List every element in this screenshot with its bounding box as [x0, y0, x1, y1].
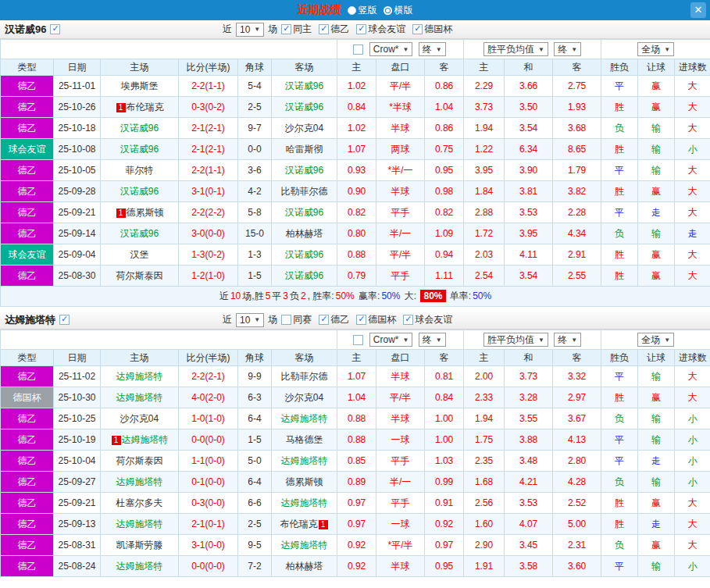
- match-type-badge: 德乙: [1, 202, 54, 223]
- layout-radio-vertical[interactable]: 竖版: [348, 4, 377, 17]
- bookmaker-checkbox[interactable]: [353, 45, 363, 55]
- filter-checkbox[interactable]: 德国杯: [356, 313, 396, 326]
- games-count-select[interactable]: 10 ▼: [236, 23, 264, 37]
- away-team-name[interactable]: 汉诺威96: [285, 207, 323, 218]
- fulltime-select[interactable]: 全场 ▼: [637, 42, 674, 56]
- away-team-name[interactable]: 汉诺威96: [285, 102, 323, 112]
- away-team-name[interactable]: 达姆施塔特: [281, 540, 328, 551]
- match-score[interactable]: 0-1(0-0): [179, 472, 238, 493]
- match-score[interactable]: 1-0(1-0): [179, 408, 238, 429]
- home-team-name[interactable]: 汉诺威96: [120, 144, 159, 155]
- bookmaker-checkbox[interactable]: [353, 335, 363, 345]
- match-score[interactable]: 2-2(1-1): [179, 76, 238, 97]
- europe-mean-select[interactable]: 胜平负均值 ▼: [483, 333, 548, 347]
- away-team-name[interactable]: 达姆施塔特: [281, 455, 328, 466]
- away-team-name[interactable]: 比勒菲尔德: [281, 371, 328, 382]
- home-team-name[interactable]: 德累斯顿: [127, 207, 164, 218]
- match-score[interactable]: 2-2(2-2): [179, 202, 238, 223]
- europe-mean-select[interactable]: 胜平负均值 ▼: [483, 42, 548, 56]
- europe-final-select[interactable]: 终 ▼: [554, 333, 581, 347]
- match-score[interactable]: 2-1(2-1): [179, 118, 238, 139]
- match-row: 德乙25-09-21杜塞尔多夫0-3(0-0)6-6达姆施塔特0.97平手0.9…: [1, 493, 710, 514]
- team-checkbox[interactable]: [59, 315, 70, 325]
- match-score[interactable]: 1-2(1-0): [179, 265, 238, 287]
- team-checkbox[interactable]: [50, 24, 60, 34]
- home-team-name[interactable]: 达姆施塔特: [122, 434, 169, 445]
- away-team-name[interactable]: 达姆施塔特: [281, 413, 328, 424]
- home-team-name[interactable]: 荷尔斯泰因: [116, 455, 163, 466]
- away-team-name[interactable]: 德累斯顿: [286, 476, 323, 487]
- filter-checkbox[interactable]: 球会友谊: [403, 313, 452, 326]
- away-team-name[interactable]: 布伦瑞克: [280, 519, 318, 529]
- match-score[interactable]: 0-3(0-2): [179, 97, 238, 118]
- europe-home-odds: 2.90: [464, 535, 505, 556]
- away-team-name[interactable]: 柏林赫塔: [286, 228, 323, 239]
- filter-checkbox[interactable]: 德国杯: [412, 23, 452, 36]
- home-team-name[interactable]: 沙尔克04: [120, 413, 159, 424]
- away-team-name[interactable]: 哈雷斯彻: [286, 144, 323, 155]
- bookmaker-select[interactable]: Crow* ▼: [369, 333, 413, 347]
- home-team-name[interactable]: 达姆施塔特: [116, 519, 163, 529]
- away-team-name[interactable]: 达姆施塔特: [281, 497, 328, 508]
- match-rows: 德乙25-11-02达姆施塔特2-2(2-1)9-9比勒菲尔德1.07半球0.8…: [1, 366, 710, 577]
- match-score[interactable]: 1-3(0-2): [179, 244, 238, 265]
- home-team-name[interactable]: 埃弗斯堡: [121, 80, 159, 91]
- home-team-name[interactable]: 汉诺威96: [120, 123, 159, 134]
- match-score[interactable]: 4-0(2-0): [179, 387, 238, 408]
- europe-final-select[interactable]: 终 ▼: [554, 42, 581, 56]
- home-team-name[interactable]: 布伦瑞克: [127, 102, 164, 112]
- match-score[interactable]: 0-3(0-0): [179, 493, 238, 514]
- layout-radio-horizontal[interactable]: 横版: [384, 4, 413, 17]
- filter-checkbox[interactable]: 德乙: [319, 23, 349, 36]
- home-team-name[interactable]: 达姆施塔特: [116, 561, 163, 572]
- away-team-name[interactable]: 汉诺威96: [285, 270, 323, 281]
- match-score[interactable]: 3-1(0-1): [179, 181, 238, 202]
- home-team-name[interactable]: 达姆施塔特: [116, 476, 163, 487]
- home-team-name[interactable]: 汉诺威96: [120, 186, 159, 197]
- games-count-select[interactable]: 10 ▼: [236, 313, 264, 327]
- filter-checkbox[interactable]: 同赛: [281, 313, 312, 326]
- home-team-name[interactable]: 达姆施塔特: [116, 371, 163, 382]
- asia-final-select[interactable]: 终 ▼: [419, 333, 446, 347]
- bookmaker-select[interactable]: Crow* ▼: [369, 42, 413, 56]
- match-score[interactable]: 3-1(0-0): [179, 535, 238, 556]
- away-team-name[interactable]: 比勒菲尔德: [281, 186, 328, 197]
- away-team-name[interactable]: 马格德堡: [286, 434, 323, 445]
- close-icon[interactable]: ✕: [690, 2, 706, 18]
- away-team-name[interactable]: 汉诺威96: [285, 80, 323, 91]
- home-team-cell: 达姆施塔特: [101, 514, 179, 535]
- filter-checkbox[interactable]: 同主: [281, 23, 312, 36]
- home-team-name[interactable]: 凯泽斯劳滕: [116, 540, 163, 551]
- asia-handicap: 半球: [376, 556, 425, 577]
- away-team-name[interactable]: 柏林赫塔: [286, 561, 323, 572]
- home-team-name[interactable]: 荷尔斯泰因: [116, 270, 163, 281]
- filter-checkbox[interactable]: 球会友谊: [356, 23, 405, 36]
- match-type-badge: 德乙: [1, 97, 54, 118]
- match-score[interactable]: 0-0(0-0): [179, 556, 238, 577]
- home-team-name[interactable]: 菲尔特: [126, 165, 154, 176]
- asia-final-select[interactable]: 终 ▼: [419, 42, 446, 56]
- home-team-name[interactable]: 汉堡: [130, 249, 149, 260]
- chevron-down-icon: ▼: [664, 337, 670, 344]
- match-score[interactable]: 0-0(0-0): [179, 429, 238, 451]
- away-team-name[interactable]: 汉诺威96: [285, 165, 323, 176]
- away-team-name[interactable]: 沙尔克04: [285, 123, 323, 134]
- away-team-name[interactable]: 沙尔克04: [285, 392, 323, 403]
- home-team-name[interactable]: 杜塞尔多夫: [116, 497, 163, 508]
- near-label: 近: [223, 313, 232, 326]
- home-team-name[interactable]: 汉诺威96: [120, 228, 159, 239]
- blank-cell: [1, 330, 337, 350]
- fulltime-select[interactable]: 全场 ▼: [637, 333, 674, 347]
- home-team-name[interactable]: 达姆施塔特: [116, 392, 163, 403]
- away-team-name[interactable]: 汉诺威96: [285, 249, 323, 260]
- match-score[interactable]: 2-2(1-1): [179, 160, 238, 181]
- filter-checkbox[interactable]: 德乙: [319, 313, 349, 326]
- match-score[interactable]: 1-1(0-0): [179, 451, 238, 472]
- match-score[interactable]: 2-1(0-1): [179, 514, 238, 535]
- europe-away-odds: 4.34: [553, 223, 601, 244]
- chevron-down-icon: ▼: [254, 316, 260, 323]
- match-score[interactable]: 3-0(0-0): [179, 223, 238, 244]
- match-score[interactable]: 2-1(2-1): [179, 139, 238, 160]
- match-score[interactable]: 2-2(2-1): [179, 366, 238, 387]
- europe-odds-controls: 胜平负均值 ▼ 终 ▼: [464, 40, 601, 59]
